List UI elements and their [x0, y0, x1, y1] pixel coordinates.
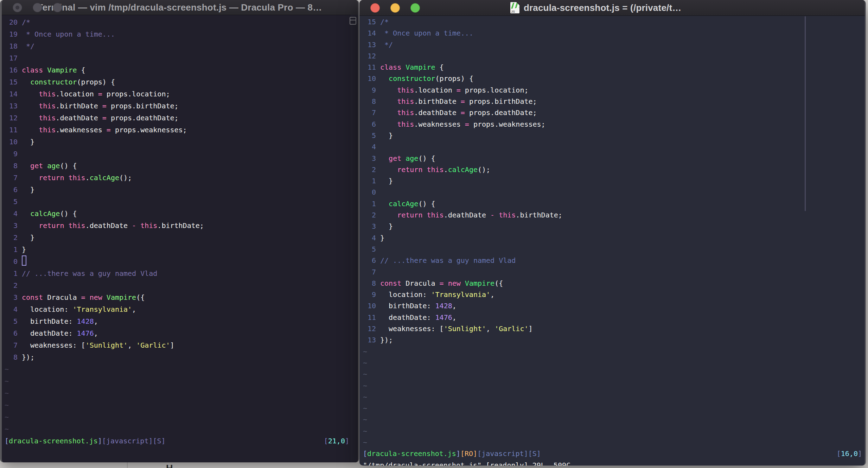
- code-line: 17: [5, 52, 351, 64]
- empty-line-tilde: ~: [5, 399, 351, 411]
- code-token: Dracula: [43, 293, 81, 302]
- code-token: class: [380, 63, 401, 71]
- tilde-marker: ~: [363, 370, 367, 378]
- code-token: birthDate:: [380, 302, 435, 310]
- vim-scrollbar-thumb[interactable]: [805, 16, 806, 211]
- code-token: .: [85, 173, 90, 182]
- code-token: =: [440, 279, 444, 287]
- relative-line-number: 4: [5, 303, 22, 315]
- code-token: get: [389, 154, 401, 163]
- code-token: calcAge: [90, 173, 119, 182]
- empty-line-tilde: ~: [363, 391, 863, 403]
- empty-line-tilde: ~: [363, 414, 863, 425]
- relative-line-number: 1: [5, 244, 22, 255]
- split-pane-icon[interactable]: [350, 17, 356, 25]
- empty-line-tilde: ~: [5, 423, 351, 435]
- empty-line-tilde: ~: [363, 380, 863, 391]
- code-token: this: [39, 114, 56, 122]
- code-token: // ...there was a guy named Vlad: [380, 256, 516, 265]
- tilde-marker: ~: [5, 425, 9, 433]
- code-token: location:: [22, 305, 73, 314]
- status-token: dracula-screenshot.js: [9, 437, 98, 445]
- empty-line-tilde: ~: [5, 387, 351, 399]
- code-token: Vampire: [47, 66, 77, 74]
- code-token: Vampire: [406, 63, 435, 71]
- close-button[interactable]: [13, 3, 22, 12]
- code-token: [380, 154, 389, 163]
- code-line: 14 this.location = props.location;: [5, 88, 351, 100]
- code-token: ,: [490, 290, 494, 299]
- code-line: 14 * Once upon a time...: [363, 27, 863, 39]
- terminal-titlebar[interactable]: Terminal — vim /tmp/dracula-screenshot.j…: [2, 0, 358, 15]
- relative-line-number: 10: [363, 73, 380, 84]
- relative-line-number: 15: [5, 76, 22, 88]
- relative-line-number: 5: [5, 196, 22, 208]
- code-token: this: [39, 126, 56, 134]
- code-token: {: [435, 63, 444, 71]
- zoom-button[interactable]: [410, 3, 420, 13]
- code-token: (props) {: [77, 78, 115, 86]
- code-token: this: [397, 86, 414, 94]
- code-line: 12 this.deathDate = props.deathDate;: [5, 112, 351, 124]
- relative-line-number: 6: [5, 327, 22, 339]
- code-token: [444, 279, 448, 287]
- code-token: .birthDate: [414, 97, 460, 106]
- macvim-editor[interactable]: 15/*14 * Once upon a time...13 */1211cla…: [359, 15, 863, 466]
- code-token: =: [461, 108, 465, 117]
- code-line: 8});: [5, 351, 351, 363]
- code-line: 7 weaknesses: ['Sunlight', 'Garlic']: [5, 339, 351, 351]
- zoom-button[interactable]: [53, 3, 62, 12]
- code-token: .deathDate: [414, 108, 460, 117]
- code-token: props.deathDate;: [465, 108, 537, 117]
- relative-line-number: 6: [5, 184, 22, 196]
- code-token: * Once upon a time...: [22, 30, 115, 38]
- code-token: [22, 126, 39, 134]
- code-line: 2 return this.calcAge();: [363, 164, 863, 175]
- minimize-button[interactable]: [33, 3, 42, 12]
- code-token: calcAge: [448, 165, 478, 174]
- code-token: this: [39, 102, 56, 110]
- relative-line-number: 10: [5, 136, 22, 148]
- vim-statusline: [dracula-screenshot.js][RO][javascript][…: [363, 448, 863, 459]
- code-line: 7 this.deathDate = props.deathDate;: [363, 107, 863, 118]
- code-token: .birthDate;: [157, 221, 204, 230]
- code-line: 4}: [363, 232, 863, 244]
- traffic-lights: [13, 3, 62, 12]
- code-token: [380, 74, 389, 83]
- code-line: 11class Vampire {: [363, 62, 863, 73]
- code-line: 12: [363, 50, 863, 62]
- code-token: });: [22, 353, 34, 361]
- minimize-button[interactable]: [390, 3, 400, 13]
- tilde-marker: ~: [363, 415, 367, 424]
- code-token: this: [68, 221, 85, 230]
- close-button[interactable]: [370, 3, 380, 13]
- terminal-scrollbar[interactable]: [351, 15, 358, 462]
- code-token: ,: [132, 305, 136, 314]
- code-token: new: [448, 279, 461, 287]
- code-token: () {: [418, 154, 435, 163]
- relative-line-number: 1: [363, 198, 380, 209]
- terminal-window: Terminal — vim /tmp/dracula-screenshot.j…: [0, 0, 359, 462]
- terminal-vim-editor[interactable]: 20/*19 * Once upon a time...18 */1716cla…: [2, 15, 351, 462]
- code-line: 13 */: [363, 39, 863, 50]
- code-line: 5: [5, 196, 351, 208]
- empty-line-tilde: ~: [5, 375, 351, 387]
- code-token: props.location;: [102, 90, 170, 98]
- code-line: 18 */: [5, 40, 351, 52]
- code-token: ]: [528, 324, 532, 333]
- code-token: props.weaknesses;: [469, 120, 545, 128]
- code-token: 1428: [435, 302, 452, 310]
- code-token: [494, 211, 499, 219]
- code-token: [380, 211, 397, 219]
- window-title: dracula-screenshot.js = (/private/tmp) -…: [524, 2, 687, 13]
- code-line: 8 get age() {: [5, 160, 351, 172]
- code-line: 7: [363, 266, 863, 278]
- code-token: */: [22, 42, 34, 50]
- macvim-titlebar[interactable]: JS dracula-screenshot.js = (/private/tmp…: [359, 0, 865, 16]
- code-token: return: [397, 165, 422, 174]
- code-token: [43, 162, 47, 170]
- code-token: [22, 78, 30, 86]
- code-line: 6 deathDate: 1476,: [5, 327, 351, 339]
- code-token: return: [39, 173, 64, 182]
- code-token: [85, 293, 90, 302]
